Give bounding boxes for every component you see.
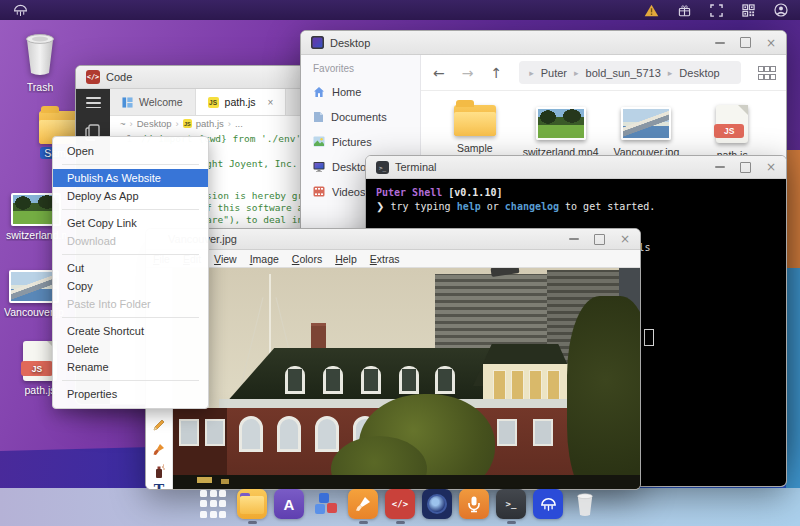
- viewer-titlebar[interactable]: Vancouver.jpg ×: [146, 229, 640, 250]
- spray-tool-icon[interactable]: [146, 464, 172, 483]
- puter-logo-icon[interactable]: [12, 3, 29, 18]
- image-thumbnail: [621, 107, 671, 140]
- terminal-window-controls: ×: [715, 161, 776, 173]
- code-fragment: f this software an: [206, 202, 309, 213]
- launcher-grid-icon: [200, 489, 230, 519]
- menu-item-properties[interactable]: Properties: [53, 385, 208, 403]
- up-arrow-icon[interactable]: ↑: [490, 65, 502, 81]
- menu-hamburger-icon[interactable]: [86, 97, 101, 108]
- code-fragment: ght Joyent, Inc. a: [206, 158, 309, 169]
- dock-launcher[interactable]: [200, 489, 230, 524]
- terminal-titlebar[interactable]: >_ Terminal ×: [366, 156, 786, 179]
- dock-files[interactable]: [237, 489, 267, 524]
- tab-welcome[interactable]: Welcome: [110, 89, 196, 115]
- fm-file-grid: Sample switzerland.mp4 Vancouver.jpg JS …: [421, 91, 786, 161]
- fm-window-controls: ×: [715, 37, 776, 49]
- fm-window-title: Desktop: [330, 37, 370, 49]
- viewer-canvas[interactable]: [173, 268, 640, 490]
- dock-puter[interactable]: [533, 489, 563, 524]
- dock-blocks[interactable]: [311, 489, 341, 524]
- file-vancouver[interactable]: Vancouver.jpg: [604, 105, 688, 158]
- terminal-cursor: [644, 329, 654, 346]
- menu-separator: [62, 209, 199, 210]
- maximize-icon[interactable]: [740, 162, 751, 173]
- viewer-window-controls: ×: [569, 233, 630, 245]
- trash-icon: [570, 489, 600, 519]
- desktop-icon: [313, 161, 325, 173]
- menu-item-paste-into-folder: Paste Into Folder: [53, 295, 208, 313]
- video-thumbnail: [536, 107, 586, 140]
- minimize-icon[interactable]: [715, 42, 725, 44]
- code-app-icon: </>: [385, 489, 415, 519]
- menu-image[interactable]: Image: [250, 253, 279, 265]
- menu-item-open[interactable]: Open: [53, 142, 208, 160]
- pencil-tool-icon[interactable]: [146, 418, 172, 436]
- dock-camera[interactable]: [422, 489, 452, 524]
- fm-titlebar[interactable]: Desktop ×: [301, 31, 786, 55]
- close-icon[interactable]: ×: [620, 233, 630, 245]
- menu-separator: [62, 164, 199, 165]
- blocks-app-icon: [311, 489, 341, 519]
- brush-tool-icon[interactable]: [146, 442, 172, 460]
- close-icon[interactable]: ×: [766, 37, 776, 49]
- tab-pathjs[interactable]: JS path.js ×: [196, 89, 287, 115]
- topbar-status-icons: [644, 3, 788, 17]
- menu-item-rename[interactable]: Rename: [53, 358, 208, 376]
- breadcrumb[interactable]: ▸ Puter ▸ bold_sun_5713 ▸ Desktop: [519, 61, 741, 84]
- desktop-icon-trash[interactable]: Trash: [8, 32, 72, 95]
- dock-code[interactable]: </>: [385, 489, 415, 524]
- forward-arrow-icon[interactable]: →: [462, 65, 474, 81]
- js-tab-icon: JS: [208, 97, 219, 108]
- fullscreen-icon[interactable]: [710, 4, 723, 17]
- menu-item-publish-as-website[interactable]: Publish As Website: [53, 169, 208, 187]
- js-file-icon: JS: [716, 105, 748, 143]
- warning-icon[interactable]: [644, 4, 659, 17]
- welcome-tab-icon: [122, 97, 133, 108]
- menu-extras[interactable]: Extras: [370, 253, 400, 265]
- menu-item-deploy-as-app[interactable]: Deploy As App: [53, 187, 208, 205]
- terminal-window-title: Terminal: [395, 161, 437, 173]
- menu-view[interactable]: View: [214, 253, 237, 265]
- minimize-icon[interactable]: [569, 238, 579, 240]
- dock-recorder[interactable]: [459, 489, 489, 524]
- account-icon[interactable]: [774, 3, 788, 17]
- maximize-icon[interactable]: [740, 37, 751, 48]
- menu-colors[interactable]: Colors: [292, 253, 322, 265]
- file-pathjs[interactable]: JS path.js: [690, 105, 774, 161]
- menu-item-copy[interactable]: Copy: [53, 277, 208, 295]
- sidebar-item-pictures[interactable]: Pictures: [301, 129, 420, 154]
- menu-item-delete[interactable]: Delete: [53, 340, 208, 358]
- code-fragment: sion is hereby gra: [206, 190, 309, 201]
- code-fragment: are"), to deal in: [206, 214, 303, 225]
- grid-view-icon[interactable]: [758, 66, 774, 80]
- js-crumb-icon: JS: [183, 119, 192, 128]
- documents-icon: [313, 111, 324, 123]
- tab-close-icon[interactable]: ×: [268, 97, 274, 108]
- back-arrow-icon[interactable]: ←: [433, 65, 445, 81]
- puter-app-icon: [533, 489, 563, 519]
- file-switzerland[interactable]: switzerland.mp4: [519, 105, 603, 158]
- camera-app-icon: [422, 489, 452, 519]
- menu-item-cut[interactable]: Cut: [53, 259, 208, 277]
- gift-icon[interactable]: [678, 4, 691, 17]
- minimize-icon[interactable]: [715, 166, 725, 168]
- menu-separator: [62, 317, 199, 318]
- dock-editor[interactable]: A: [274, 489, 304, 524]
- maximize-icon[interactable]: [594, 234, 605, 245]
- dock-terminal[interactable]: >_: [496, 489, 526, 524]
- qr-code-icon[interactable]: [742, 4, 755, 17]
- menu-item-download: Download: [53, 232, 208, 250]
- dock-trash[interactable]: [570, 489, 600, 524]
- photo-tower: [435, 274, 547, 356]
- menu-help[interactable]: Help: [335, 253, 357, 265]
- dock-paint[interactable]: [348, 489, 378, 524]
- menu-item-create-shortcut[interactable]: Create Shortcut: [53, 322, 208, 340]
- sidebar-item-documents[interactable]: Documents: [301, 104, 420, 129]
- file-sample[interactable]: Sample: [433, 105, 517, 154]
- desktop-screen: Trash Sample switzerland.mp4 Vancouver.j…: [0, 0, 800, 526]
- close-icon[interactable]: ×: [766, 161, 776, 173]
- sidebar-item-home[interactable]: Home: [301, 79, 420, 104]
- menu-item-get-copy-link[interactable]: Get Copy Link: [53, 214, 208, 232]
- pictures-icon: [313, 136, 325, 147]
- paint-app-icon: [348, 489, 378, 519]
